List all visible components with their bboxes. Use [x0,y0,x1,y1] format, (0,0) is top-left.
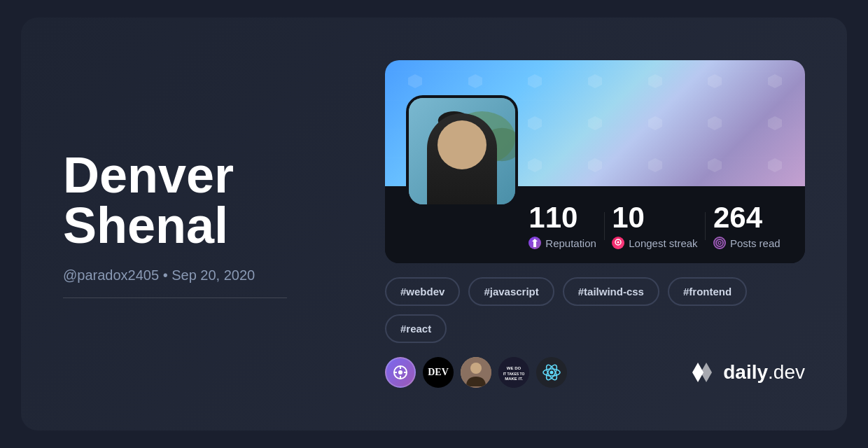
reputation-label-row: Reputation [528,237,596,249]
source-icon-wedo[interactable]: WE DO IT TAKES TO MAKE IT. [498,357,529,388]
user-full-name: Denver Shenal [63,150,357,251]
reputation-icon [528,237,541,249]
stat-reputation: 110 Reputation [528,203,596,249]
svg-text:IT TAKES TO: IT TAKES TO [503,372,525,376]
right-panel: 110 Reputation 10 [357,60,805,388]
tag-tailwind[interactable]: #tailwind-css [563,277,659,306]
source-icon-dev[interactable]: DEV [423,357,454,388]
daily-logo-text: daily.dev [723,361,805,384]
svg-point-29 [550,371,554,374]
stat-divider-1 [604,212,605,240]
posts-value: 264 [713,203,762,232]
tag-webdev[interactable]: #webdev [385,277,460,306]
streak-label: Longest streak [629,237,697,249]
daily-logo: daily.dev [687,357,805,388]
tag-javascript[interactable]: #javascript [468,277,554,306]
stat-streak: 10 Longest streak [612,203,697,249]
reputation-label: Reputation [545,237,596,249]
streak-value: 10 [612,203,645,232]
username: @paradox2405 [63,267,159,283]
tags-section: #webdev #javascript #tailwind-css #front… [385,277,805,343]
daily-logo-icon [687,357,718,388]
svg-point-13 [718,241,721,244]
svg-point-8 [438,111,470,130]
posts-label-row: Posts read [713,237,780,249]
profile-card-container: Denver Shenal @paradox2405 • Sep 20, 202… [21,18,847,430]
svg-point-11 [617,241,620,244]
tag-react[interactable]: #react [385,314,447,343]
svg-point-15 [398,370,402,374]
stat-posts: 264 Posts read [713,203,780,249]
svg-text:WE DO: WE DO [507,366,522,370]
tag-frontend[interactable]: #frontend [668,277,747,306]
svg-rect-5 [444,130,454,137]
stat-divider-2 [705,212,706,240]
source-icon-dailydev[interactable] [385,357,416,388]
svg-rect-6 [456,130,465,137]
profile-banner [385,60,805,186]
avatar-container [406,95,518,207]
streak-label-row: Longest streak [612,237,697,249]
svg-point-2 [482,128,516,162]
svg-point-12 [716,239,723,246]
stats-card: 110 Reputation 10 [385,60,805,263]
source-icon-react[interactable] [536,357,567,388]
source-icon-person[interactable] [461,357,491,388]
posts-label: Posts read [730,237,780,249]
posts-icon [713,237,726,249]
left-panel: Denver Shenal @paradox2405 • Sep 20, 202… [63,150,357,298]
svg-marker-9 [532,239,538,247]
svg-point-4 [438,118,470,148]
svg-text:MAKE IT.: MAKE IT. [505,377,523,381]
user-meta: @paradox2405 • Sep 20, 2020 [63,267,357,284]
svg-point-3 [435,123,472,163]
reputation-value: 110 [528,203,578,232]
join-date: Sep 20, 2020 [172,267,255,283]
sources-section: DEV WE DO IT TAKES TO MAKE IT. [385,357,805,388]
avatar [409,98,515,204]
name-divider [63,298,287,298]
svg-point-21 [470,363,482,374]
streak-icon [612,237,624,249]
